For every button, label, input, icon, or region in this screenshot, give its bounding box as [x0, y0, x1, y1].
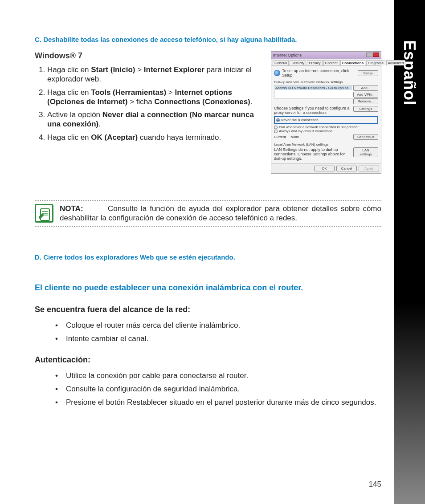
lan-text: LAN Settings do not apply to dial-up con… [274, 147, 353, 161]
step-1-pre: Haga clic en [47, 65, 91, 74]
dialog-title: Internet Options [273, 53, 302, 57]
auth-list: Utilice la conexión por cable para conec… [35, 371, 381, 407]
os-title: Windows® 7 [35, 51, 263, 61]
dialog-tabs: General Security Privacy Content Connect… [271, 59, 381, 66]
step-4-post: cuando haya terminado. [138, 133, 221, 142]
step-2: Haga clic en Tools (Herramientas) > Inte… [47, 88, 263, 107]
dialog-footer: OK Cancel Apply [271, 163, 381, 173]
radio-on-icon [276, 118, 280, 122]
current-label: Current [274, 135, 286, 139]
section-c-title: C. Deshabilite todas las conexiones de a… [35, 36, 381, 43]
step-1-b1: Start (Inicio) [91, 65, 135, 74]
close-icon[interactable] [373, 53, 379, 57]
radio-always-label: Always dial my default connection [279, 129, 332, 133]
page-content: C. Deshabilite todas las conexiones de a… [0, 0, 394, 504]
step-4-b1: OK (Aceptar) [91, 133, 138, 142]
tab-content[interactable]: Content [323, 60, 339, 65]
tab-general[interactable]: General [273, 60, 289, 65]
radio-when-label: Dial whenever a network connection is no… [279, 125, 359, 129]
lan-group-label: Local Area Network (LAN) settings [274, 142, 378, 146]
tab-advanced[interactable]: Advanced [386, 60, 406, 65]
page-number: 145 [369, 480, 381, 489]
never-dial-highlight: Never dial a connection [274, 116, 378, 124]
current-value: None [290, 135, 299, 139]
note-divider-bottom [35, 226, 381, 227]
range-item-2: Intente cambiar el canal. [66, 334, 381, 344]
set-default-button[interactable]: Set default [353, 134, 378, 140]
step-2-b3: Connections (Conexio­nes) [154, 98, 250, 106]
auth-subheading: Autenticación: [35, 355, 381, 365]
window-controls [366, 53, 379, 58]
help-icon[interactable] [366, 53, 372, 57]
note-icon [35, 204, 53, 223]
step-2-m2: > ficha [127, 98, 154, 106]
radio-dial-when[interactable]: Dial whenever a network connection is no… [274, 125, 378, 129]
issue-title: El cliente no puede establecer una conex… [35, 283, 381, 293]
tab-security[interactable]: Security [290, 60, 306, 65]
dialog-body: To set up an Internet connection, click … [271, 66, 381, 163]
language-label: Español [400, 40, 419, 106]
setup-button[interactable]: Setup [358, 70, 378, 76]
globe-icon [274, 70, 280, 76]
connections-listbox[interactable]: Access RD Network Resources - Go to vpn.… [274, 85, 353, 98]
apply-button[interactable]: Apply [359, 166, 379, 171]
steps-column: Windows® 7 Haga clic en Start (Inicio) >… [35, 51, 263, 146]
tab-programs[interactable]: Programs [366, 60, 385, 65]
step-2-post: . [250, 98, 253, 106]
step-1-b2: Internet Explorer [144, 65, 204, 74]
add-vpn-button[interactable]: Add VPN... [353, 92, 378, 98]
step-3-post: . [98, 120, 101, 128]
radio-always-dial[interactable]: Always dial my default connection [274, 129, 378, 133]
step-2-b1: Tools (Herramientas) [91, 88, 166, 97]
radio-off-icon [274, 130, 278, 133]
radio-never-label: Never dial a connection [281, 118, 319, 122]
step-3: Active la opción Never dial a connection… [47, 110, 263, 129]
auth-item-3: Presione el botón Restablecer situado en… [66, 398, 381, 407]
auth-item-2: Consulte la configuración de seguridad i… [66, 384, 381, 394]
note-label: NOTA: [60, 204, 83, 213]
step-2-pre: Haga clic en [47, 88, 91, 97]
lan-settings-button[interactable]: LAN settings [353, 147, 378, 157]
tab-connections[interactable]: Connections [340, 60, 365, 65]
step-2-m1: > [166, 88, 175, 97]
internet-options-dialog: Internet Options General Security Privac… [271, 51, 381, 174]
add-button[interactable]: Add... [353, 85, 378, 91]
auth-item-1: Utilice la conexión por cable para conec… [66, 371, 381, 381]
note-box: NOTA: Consulte la función de ayuda del e… [35, 200, 381, 227]
range-subheading: Se encuentra fuera del alcance de la red… [35, 305, 381, 314]
cancel-button[interactable]: Cancel [336, 166, 357, 171]
tab-privacy[interactable]: Privacy [307, 60, 322, 65]
connection-item[interactable]: Access RD Network Resources - Go to vpn.… [275, 86, 352, 90]
current-connection: Current None [274, 134, 353, 140]
dialog-titlebar: Internet Options [271, 52, 381, 59]
ok-button[interactable]: OK [314, 166, 335, 171]
radio-off-icon [274, 126, 278, 129]
step-1: Haga clic en Start (Inicio) > Internet E… [47, 65, 263, 84]
section-d-title: D. Cierre todos los exploradores Web que… [35, 253, 381, 261]
steps-list: Haga clic en Start (Inicio) > Internet E… [35, 65, 263, 142]
windows7-row: Windows® 7 Haga clic en Start (Inicio) >… [35, 51, 381, 174]
note-body: Consulte la función de ayuda del explora… [60, 204, 381, 222]
radio-never-dial[interactable]: Never dial a connection [276, 118, 376, 122]
step-1-m1: > [135, 65, 143, 74]
note-text: NOTA: Consulte la función de ayuda del e… [60, 204, 381, 223]
setup-text: To set up an Internet connection, click … [282, 69, 356, 77]
range-item-1: Coloque el router más cerca del cliente … [66, 321, 381, 330]
settings-button[interactable]: Settings [353, 106, 378, 112]
step-4: Haga clic en OK (Aceptar) cuando haya te… [47, 133, 263, 142]
range-list: Coloque el router más cerca del cliente … [35, 321, 381, 344]
language-side-tab: Español [394, 0, 425, 504]
step-4-pre: Haga clic en [47, 133, 91, 142]
dialup-group-label: Dial-up and Virtual Private Network sett… [274, 80, 378, 84]
proxy-text: Choose Settings if you need to configure… [274, 106, 353, 115]
remove-button[interactable]: Remove... [353, 98, 378, 104]
step-3-pre: Active la opción [47, 110, 102, 119]
